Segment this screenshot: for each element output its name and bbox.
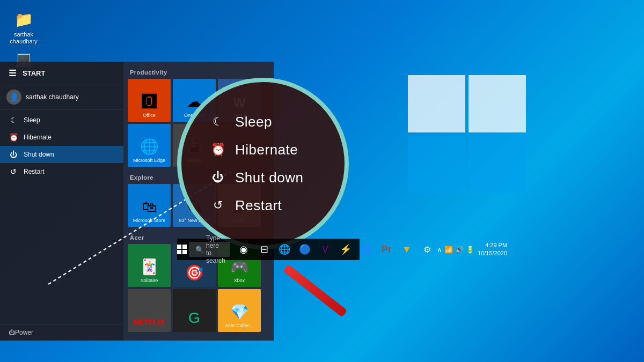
start-button[interactable] <box>177 239 187 260</box>
app1-icon[interactable]: V <box>316 239 335 260</box>
user-avatar: 👤 <box>6 90 21 105</box>
svg-rect-3 <box>177 250 181 254</box>
wifi-icon: 📶 <box>444 246 453 254</box>
unknown-icon: 🎯 <box>185 264 204 282</box>
mag-hibernate-label: Hibernate <box>235 142 298 158</box>
svg-rect-1 <box>177 245 181 249</box>
clock-date: 10/15/2020 <box>478 249 507 257</box>
tile-acer-coll[interactable]: 💎 Acer Collec... <box>218 289 261 332</box>
app5-icon[interactable]: ▼ <box>397 239 416 260</box>
mag-restart-label: Restart <box>235 197 282 214</box>
shutdown-icon: ⏻ <box>9 150 18 159</box>
tile-g[interactable]: G <box>173 289 216 332</box>
mag-shutdown-label: Shut down <box>235 169 303 186</box>
tile-ms-store-label: Microsoft Store <box>133 218 166 224</box>
battery-icon: 🔋 <box>466 246 474 254</box>
search-placeholder: Type here to search <box>206 234 225 264</box>
mag-shutdown-icon: ⏻ <box>208 168 228 187</box>
hibernate-item[interactable]: ⏰ Hibernate <box>0 129 123 146</box>
mag-sleep-icon: ☾ <box>208 112 228 131</box>
restart-item[interactable]: ↺ Restart <box>0 163 123 180</box>
chrome-icon[interactable]: 🔵 <box>295 239 314 260</box>
shutdown-item[interactable]: ⏻ Shut down <box>0 146 123 163</box>
magnifier-circle: ☾ Sleep ⏰ Hibernate ⏻ Shut down ↺ Restar… <box>177 78 349 249</box>
tile-solitaire[interactable]: 🃏 Solitaire <box>128 244 171 287</box>
tile-office[interactable]: 🅾 Office <box>128 79 171 122</box>
taskbar-icons: ◉ ⊟ 🌐 🔵 V ⚡ 🌀 Pr ▼ ⚙ <box>234 239 437 260</box>
netflix-icon: NETFLIX <box>134 318 165 327</box>
svg-rect-2 <box>182 245 187 249</box>
mag-hibernate-icon: ⏰ <box>208 140 228 159</box>
system-tray: ∧ 📶 🔊 🔋 4:29 PM 10/15/2020 <box>437 241 514 258</box>
hibernate-label: Hibernate <box>24 134 52 141</box>
magnifier: ☾ Sleep ⏰ Hibernate ⏻ Shut down ↺ Restar… <box>177 78 360 260</box>
tile-acer-coll-label: Acer Collec... <box>225 323 254 329</box>
mag-sleep-label: Sleep <box>235 114 272 130</box>
search-icon: 🔍 <box>195 246 204 254</box>
hamburger-icon: ☰ <box>9 68 16 78</box>
acer-coll-icon: 💎 <box>230 303 249 321</box>
browser-icon[interactable]: 🌐 <box>275 239 294 260</box>
tile-office-label: Office <box>143 113 155 119</box>
user-folder-icon: 📁 <box>13 9 34 30</box>
magnifier-handle <box>283 264 347 317</box>
app3-icon[interactable]: 🌀 <box>356 239 376 260</box>
mag-shutdown-item[interactable]: ⏻ Shut down <box>208 168 303 187</box>
tile-solitaire-label: Solitaire <box>141 278 158 284</box>
start-user[interactable]: 👤 sarthak chaudhary <box>0 85 123 109</box>
hibernate-icon: ⏰ <box>9 133 18 142</box>
sleep-icon: ☾ <box>9 116 18 124</box>
ms-store-icon: 🛍 <box>142 198 157 216</box>
shutdown-label: Shut down <box>24 151 54 158</box>
edge-icon: 🌐 <box>140 138 159 156</box>
xbox-icon: 🎮 <box>230 258 249 276</box>
tile-ms-store[interactable]: 🛍 Microsoft Store <box>128 184 171 227</box>
system-clock[interactable]: 4:29 PM 10/15/2020 <box>478 241 509 258</box>
mag-restart-icon: ↺ <box>208 196 228 215</box>
search-bar[interactable]: 🔍 Type here to search <box>189 242 230 257</box>
taskbar: 🔍 Type here to search ◉ ⊟ 🌐 🔵 V ⚡ 🌀 Pr ▼… <box>177 239 360 260</box>
tile-xbox-label: Xbox <box>234 278 245 284</box>
cortana-icon[interactable]: ◉ <box>234 239 253 260</box>
g-icon: G <box>188 309 200 327</box>
app4-icon[interactable]: Pr <box>377 239 396 260</box>
start-header: ☰ START <box>0 62 123 85</box>
mag-hibernate-item[interactable]: ⏰ Hibernate <box>208 140 298 159</box>
sleep-item[interactable]: ☾ Sleep <box>0 112 123 129</box>
tile-edge[interactable]: 🌐 Microsoft Edge <box>128 124 171 167</box>
tile-edge-label: Microsoft Edge <box>133 158 165 164</box>
desktop: 📁 sarthak chaudhary 💻 This PC ☰ START 👤 … <box>0 0 644 362</box>
power-section-header[interactable]: ⏻ Power <box>0 324 123 341</box>
sleep-label: Sleep <box>24 116 40 124</box>
restart-label: Restart <box>24 168 45 175</box>
restart-icon: ↺ <box>9 167 18 176</box>
clock-time: 4:29 PM <box>478 241 507 249</box>
power-icon: ⏻ <box>9 329 15 336</box>
desktop-icon-user-folder[interactable]: 📁 sarthak chaudhary <box>6 9 41 45</box>
tray-expand-icon[interactable]: ∧ <box>437 246 442 254</box>
tray-icons: ∧ 📶 🔊 🔋 <box>437 246 474 254</box>
office-icon: 🅾 <box>142 93 157 110</box>
productivity-label: Productivity <box>128 66 269 79</box>
app2-icon[interactable]: ⚡ <box>336 239 355 260</box>
start-title: START <box>23 69 45 77</box>
tile-netflix[interactable]: NETFLIX <box>128 289 171 332</box>
mag-restart-item[interactable]: ↺ Restart <box>208 196 282 215</box>
windows-logo <box>408 75 526 193</box>
power-items: ☾ Sleep ⏰ Hibernate ⏻ Shut down ↺ Restar… <box>0 109 123 182</box>
start-menu: ☰ START 👤 sarthak chaudhary ☾ Sleep ⏰ Hi… <box>0 62 123 341</box>
settings-icon[interactable]: ⚙ <box>418 239 437 260</box>
user-folder-label: sarthak chaudhary <box>6 31 41 45</box>
mag-sleep-item[interactable]: ☾ Sleep <box>208 112 272 131</box>
task-view-icon[interactable]: ⊟ <box>254 239 274 260</box>
power-label: Power <box>15 329 33 336</box>
svg-rect-4 <box>182 250 187 254</box>
solitaire-icon: 🃏 <box>140 258 159 276</box>
volume-icon[interactable]: 🔊 <box>455 246 464 254</box>
start-icon <box>177 245 187 254</box>
user-name: sarthak chaudhary <box>26 93 79 101</box>
